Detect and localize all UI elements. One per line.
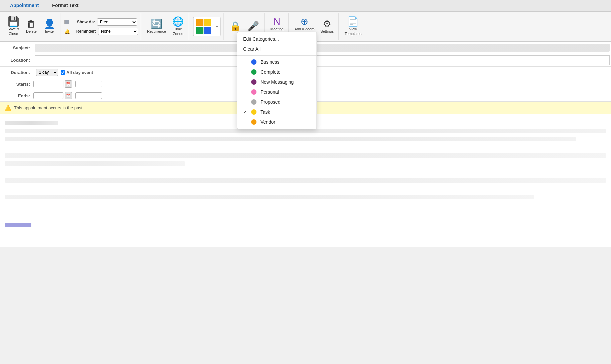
mic-icon: 🎤: [247, 22, 259, 31]
edit-categories-item[interactable]: Edit Categories...: [237, 34, 317, 44]
body-blurred-line-1: [5, 121, 58, 125]
show-as-select[interactable]: Free Busy Out of Office Tentative: [97, 18, 137, 26]
task-label: Task: [260, 109, 270, 115]
tab-bar: Appointment Format Text: [0, 0, 611, 12]
save-close-button[interactable]: Save & Close: [5, 16, 21, 37]
templates-icon: 📄: [347, 17, 359, 26]
category-vendor-item[interactable]: Vendor: [237, 117, 317, 127]
location-label: Location:: [0, 58, 33, 63]
delete-button[interactable]: Delete: [23, 18, 39, 35]
reminder-row: 🔔 Reminder: None 5 minutes 15 minutes 30…: [64, 28, 138, 35]
ends-calendar-icon[interactable]: 📅: [65, 92, 72, 99]
categories-color-grid: [196, 19, 211, 34]
onenote-icon: N: [273, 17, 280, 26]
subject-input-blurred: [35, 44, 610, 52]
category-new-messaging-item[interactable]: New Messaging: [237, 77, 317, 87]
ribbon-group-templates: 📄 View Templates: [340, 13, 366, 40]
view-templates-button[interactable]: 📄 View Templates: [343, 16, 364, 37]
category-personal-item[interactable]: Personal: [237, 87, 317, 97]
complete-dot: [251, 69, 256, 75]
delete-label: Delete: [26, 29, 37, 34]
business-checkmark: [243, 59, 248, 65]
vendor-checkmark: [243, 119, 248, 125]
body-blue-element: [5, 223, 31, 227]
duration-select[interactable]: 1 day 2 days: [36, 69, 58, 76]
warning-text: This appointment occurs in the past.: [14, 105, 84, 110]
starts-label: Starts:: [0, 82, 33, 87]
time-zones-label: Time Zones: [173, 27, 183, 36]
duration-label: Duration:: [0, 70, 33, 75]
cat-cell-orange: [196, 19, 203, 26]
personal-dot: [251, 89, 256, 95]
all-day-text: All day event: [66, 70, 93, 75]
categories-button[interactable]: ▼: [193, 17, 220, 36]
business-dot: [251, 59, 256, 65]
cat-cell-green: [196, 27, 203, 34]
vendor-dot: [251, 119, 256, 125]
cat-cell-blue: [204, 27, 211, 34]
category-business-item[interactable]: Business: [237, 57, 317, 67]
subject-label: Subject:: [0, 45, 33, 50]
ends-date-input[interactable]: 1/23/2023: [33, 92, 63, 99]
time-zones-button[interactable]: 🌐 Time Zones: [170, 16, 186, 37]
new-messaging-label: New Messaging: [260, 79, 294, 85]
body-blurred-line-7: [5, 195, 534, 199]
categories-dropdown-menu: Edit Categories... Clear All Business Co…: [237, 32, 317, 129]
edit-categories-label: Edit Categories...: [243, 36, 279, 42]
starts-date-wrap: 1/23/2023 📅 12:00 AM: [33, 80, 102, 88]
ends-date-wrap: 1/23/2023 📅 12:00 AM: [33, 92, 102, 99]
clear-all-item[interactable]: Clear All: [237, 44, 317, 54]
task-dot: [251, 109, 256, 115]
lock-icon: 🔒: [229, 22, 241, 31]
all-day-checkbox[interactable]: [61, 70, 65, 75]
personal-checkmark: [243, 89, 248, 95]
cat-cell-yellow: [204, 19, 211, 26]
save-icon: [8, 17, 19, 26]
reminder-select[interactable]: None 5 minutes 15 minutes 30 minutes 1 h…: [98, 28, 138, 35]
business-label: Business: [260, 59, 279, 65]
body-blurred-line-5: [5, 161, 185, 166]
show-as-color: [64, 20, 69, 24]
invite-label: Invite: [45, 29, 54, 34]
complete-label: Complete: [260, 69, 280, 75]
recurrence-button[interactable]: 🔄 Recurrence: [145, 18, 168, 35]
category-proposed-item[interactable]: Proposed: [237, 97, 317, 107]
location-input[interactable]: [35, 55, 610, 65]
proposed-label: Proposed: [260, 99, 280, 105]
body-blurred-line-6: [5, 178, 606, 183]
ends-label: Ends:: [0, 93, 33, 98]
ends-time-input[interactable]: 12:00 AM: [75, 92, 102, 99]
new-messaging-checkmark: [243, 79, 248, 85]
starts-date-input[interactable]: 1/23/2023: [33, 81, 63, 87]
recurrence-label: Recurrence: [147, 29, 166, 34]
ribbon-group-options: Show As: Free Busy Out of Office Tentati…: [62, 13, 141, 40]
clear-all-label: Clear All: [243, 46, 260, 52]
vendor-label: Vendor: [260, 119, 275, 125]
body-blurred-line-3: [5, 137, 576, 141]
tab-appointment[interactable]: Appointment: [4, 0, 45, 11]
bell-icon: 🔔: [64, 29, 70, 34]
dropdown-divider: [237, 55, 317, 56]
starts-time-input[interactable]: 12:00 AM: [75, 81, 102, 87]
invite-button[interactable]: Invite: [41, 18, 57, 35]
categories-dropdown-arrow[interactable]: ▼: [214, 25, 220, 28]
proposed-checkmark: [243, 99, 248, 105]
task-checkmark: ✓: [243, 109, 248, 115]
save-close-label: Save & Close: [7, 27, 19, 36]
all-day-label: All day event: [61, 70, 96, 75]
personal-label: Personal: [260, 89, 279, 95]
tab-format-text[interactable]: Format Text: [46, 0, 84, 11]
body-blurred-line-4: [5, 153, 606, 158]
category-task-item[interactable]: ✓ Task: [237, 107, 317, 117]
starts-calendar-icon[interactable]: 📅: [65, 80, 72, 88]
invite-icon: [44, 19, 55, 29]
settings-icon: ⚙: [323, 19, 331, 29]
body-blurred-line-2: [5, 129, 606, 133]
new-messaging-dot: [251, 79, 256, 85]
settings-button[interactable]: ⚙ Settings: [319, 18, 336, 35]
lock-button[interactable]: 🔒: [227, 20, 243, 33]
mic-button[interactable]: 🎤: [245, 20, 261, 33]
show-as-label: Show As:: [71, 20, 95, 24]
body-area: [0, 114, 611, 247]
category-complete-item[interactable]: Complete: [237, 67, 317, 77]
